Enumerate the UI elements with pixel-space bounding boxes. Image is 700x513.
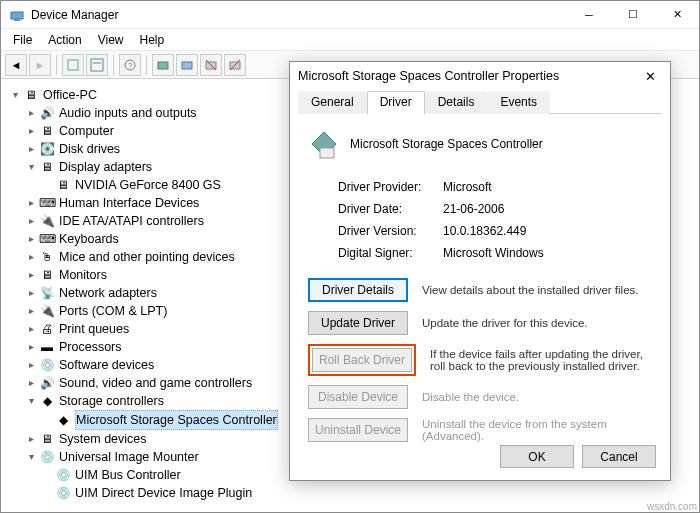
svg-rect-1	[14, 19, 20, 21]
device-manager-window: Device Manager ─ ☐ ✕ File Action View He…	[0, 0, 700, 513]
device-category-icon: 🖥	[39, 123, 55, 139]
help-button[interactable]: ?	[119, 54, 141, 76]
driver-actions: Driver Details View details about the in…	[308, 278, 652, 442]
back-button[interactable]: ◄	[5, 54, 27, 76]
tree-label: Disk drives	[59, 140, 120, 158]
disable-device-button[interactable]: Disable Device	[308, 385, 408, 409]
tab-events[interactable]: Events	[487, 91, 550, 114]
tree-label: Computer	[59, 122, 114, 140]
device-name: Microsoft Storage Spaces Controller	[350, 137, 543, 151]
ok-button[interactable]: OK	[500, 445, 574, 468]
prop-value: 10.0.18362.449	[443, 224, 526, 238]
prop-row: Digital Signer:Microsoft Windows	[338, 242, 652, 264]
device-category-icon: 🖥	[39, 267, 55, 283]
uninstall-device-button[interactable]: Uninstall Device	[308, 418, 408, 442]
tab-details[interactable]: Details	[425, 91, 488, 114]
properties-button[interactable]	[86, 54, 108, 76]
svg-rect-2	[68, 60, 78, 70]
update-driver-button[interactable]	[176, 54, 198, 76]
tree-node[interactable]: 💿UIM Direct Device Image Plugin	[41, 484, 691, 500]
prop-value: Microsoft	[443, 180, 492, 194]
expand-arrow-icon[interactable]: ▾	[25, 392, 37, 410]
expand-arrow-icon[interactable]: ▸	[25, 230, 37, 248]
expand-arrow-icon[interactable]: ▸	[25, 284, 37, 302]
window-title: Device Manager	[31, 8, 567, 22]
menu-action[interactable]: Action	[40, 31, 89, 49]
device-category-icon: 💿	[55, 485, 71, 500]
driver-props: Driver Provider:MicrosoftDriver Date:21-…	[338, 176, 652, 264]
cancel-button[interactable]: Cancel	[582, 445, 656, 468]
menu-help[interactable]: Help	[132, 31, 173, 49]
device-category-icon: 🔊	[39, 105, 55, 121]
prop-row: Driver Version:10.0.18362.449	[338, 220, 652, 242]
menu-view[interactable]: View	[90, 31, 132, 49]
expand-arrow-icon[interactable]: ▸	[25, 374, 37, 392]
svg-rect-3	[91, 59, 103, 71]
close-button[interactable]: ✕	[655, 1, 699, 29]
tab-general[interactable]: General	[298, 91, 367, 114]
expand-arrow-icon[interactable]: ▸	[25, 356, 37, 374]
expand-arrow-icon[interactable]: ▾	[25, 158, 37, 176]
update-driver-button[interactable]: Update Driver	[308, 311, 408, 335]
driver-details-button[interactable]: Driver Details	[308, 278, 408, 302]
properties-dialog: Microsoft Storage Spaces Controller Prop…	[289, 61, 671, 481]
tree-label: Keyboards	[59, 230, 119, 248]
device-category-icon: 🖥	[39, 159, 55, 175]
menubar: File Action View Help	[1, 29, 699, 51]
update-driver-desc: Update the driver for this device.	[422, 317, 652, 329]
uninstall-button[interactable]	[200, 54, 222, 76]
forward-button[interactable]: ►	[29, 54, 51, 76]
expand-arrow-icon[interactable]: ▸	[25, 302, 37, 320]
dialog-tabs: General Driver Details Events	[298, 90, 662, 114]
expand-arrow-icon[interactable]: ▸	[25, 140, 37, 158]
prop-label: Driver Version:	[338, 224, 443, 238]
device-category-icon: 🖥	[39, 431, 55, 447]
disable-button[interactable]	[224, 54, 246, 76]
maximize-button[interactable]: ☐	[611, 1, 655, 29]
minimize-button[interactable]: ─	[567, 1, 611, 29]
menu-file[interactable]: File	[5, 31, 40, 49]
tree-label: Human Interface Devices	[59, 194, 199, 212]
tree-label: Universal Image Mounter	[59, 448, 199, 466]
expand-arrow-icon[interactable]: ▸	[25, 248, 37, 266]
expand-arrow-icon[interactable]: ▸	[25, 212, 37, 230]
expand-arrow-icon[interactable]: ▸	[25, 194, 37, 212]
device-category-icon: 🔌	[39, 303, 55, 319]
rollback-driver-button[interactable]: Roll Back Driver	[312, 348, 412, 372]
tree-label: Office-PC	[43, 86, 97, 104]
device-category-icon: 🔊	[39, 375, 55, 391]
device-category-icon: ◆	[55, 412, 71, 428]
show-hidden-button[interactable]	[62, 54, 84, 76]
prop-row: Driver Provider:Microsoft	[338, 176, 652, 198]
dialog-close-button[interactable]: ✕	[630, 62, 670, 90]
rollback-highlight: Roll Back Driver	[308, 344, 416, 376]
expand-arrow-icon[interactable]: ▸	[25, 338, 37, 356]
tab-driver[interactable]: Driver	[367, 91, 425, 114]
device-category-icon: 🖥	[23, 87, 39, 103]
svg-rect-0	[11, 12, 23, 19]
tree-label: Display adapters	[59, 158, 152, 176]
device-category-icon: 🖱	[39, 249, 55, 265]
uninstall-device-desc: Uninstall the device from the system (Ad…	[422, 418, 652, 442]
device-category-icon: 🖨	[39, 321, 55, 337]
dialog-title: Microsoft Storage Spaces Controller Prop…	[290, 62, 670, 90]
svg-rect-8	[182, 62, 192, 69]
expand-arrow-icon[interactable]: ▾	[25, 448, 37, 466]
expand-arrow-icon[interactable]: ▸	[25, 430, 37, 448]
window-buttons: ─ ☐ ✕	[567, 1, 699, 29]
expand-arrow-icon[interactable]: ▸	[25, 320, 37, 338]
scan-button[interactable]	[152, 54, 174, 76]
svg-rect-13	[320, 148, 334, 158]
disable-device-desc: Disable the device.	[422, 391, 652, 403]
tree-label: Monitors	[59, 266, 107, 284]
expand-arrow-icon[interactable]: ▸	[25, 122, 37, 140]
prop-label: Driver Date:	[338, 202, 443, 216]
tree-label: Network adapters	[59, 284, 157, 302]
expand-arrow-icon[interactable]: ▸	[25, 104, 37, 122]
device-category-icon: ⌨	[39, 231, 55, 247]
device-category-icon: 💿	[39, 449, 55, 465]
device-icon	[308, 128, 340, 160]
expand-arrow-icon[interactable]: ▸	[25, 266, 37, 284]
device-category-icon: ◆	[39, 393, 55, 409]
expand-arrow-icon[interactable]: ▾	[9, 86, 21, 104]
